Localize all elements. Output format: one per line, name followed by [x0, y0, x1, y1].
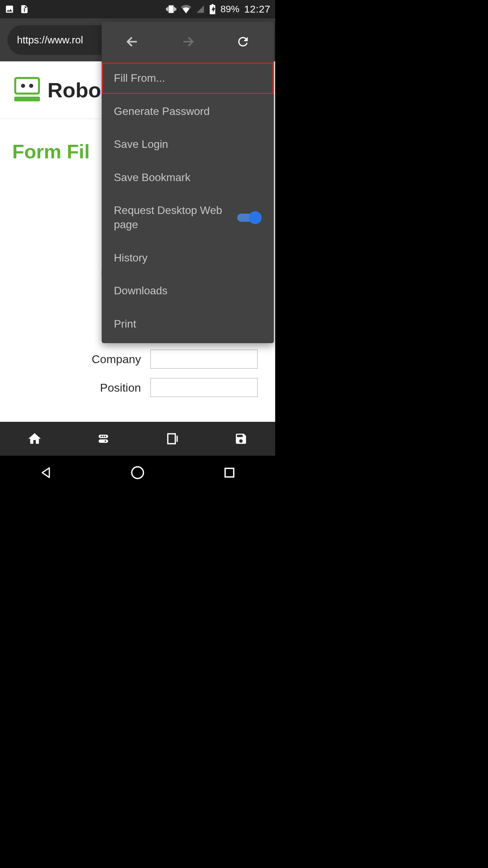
- android-nav-bar: [0, 456, 275, 490]
- android-status-bar: ? 89% 12:27: [0, 0, 275, 18]
- input-position[interactable]: [150, 378, 258, 397]
- label-position: Position: [0, 381, 150, 394]
- menu-item-history-label: History: [114, 251, 262, 265]
- label-company: Company: [0, 353, 150, 366]
- menu-item-generate-password[interactable]: Generate Password: [102, 95, 274, 128]
- menu-item-fill-from-label: Fill From...: [114, 71, 262, 85]
- menu-item-print[interactable]: Print: [102, 308, 274, 341]
- android-recents-button[interactable]: [220, 463, 239, 482]
- app-safes-button[interactable]: [164, 430, 181, 447]
- android-back-button[interactable]: [37, 463, 55, 482]
- form-row-company: Company: [0, 345, 275, 373]
- svg-rect-7: [169, 436, 170, 441]
- status-left: ?: [5, 4, 29, 14]
- wifi-icon: [181, 5, 191, 14]
- menu-nav-row: [102, 22, 274, 62]
- menu-item-downloads[interactable]: Downloads: [102, 274, 274, 308]
- app-save-button[interactable]: [232, 430, 249, 447]
- svg-point-5: [104, 436, 106, 437]
- svg-rect-9: [225, 468, 233, 477]
- battery-charging-icon: [209, 4, 216, 14]
- menu-item-save-bookmark[interactable]: Save Bookmark: [102, 161, 274, 194]
- svg-rect-2: [99, 439, 108, 443]
- screen: ? 89% 12:27 https://www.rol: [0, 0, 275, 490]
- app-bottom-bar: [0, 422, 275, 456]
- svg-point-3: [100, 436, 102, 437]
- menu-item-generate-password-label: Generate Password: [114, 104, 262, 119]
- app-menu-button[interactable]: [95, 430, 112, 447]
- svg-point-8: [132, 467, 144, 479]
- menu-item-request-desktop[interactable]: Request Desktop Web page: [102, 194, 274, 241]
- browser-menu-dropdown: Fill From... Generate Password Save Logi…: [102, 22, 274, 343]
- document-unknown-icon: ?: [20, 4, 29, 14]
- menu-item-save-login[interactable]: Save Login: [102, 128, 274, 161]
- cellular-icon: [196, 5, 205, 14]
- form-row-position: Position: [0, 373, 275, 402]
- menu-item-save-login-label: Save Login: [114, 137, 262, 152]
- menu-item-fill-from[interactable]: Fill From...: [101, 62, 274, 95]
- menu-item-print-label: Print: [114, 317, 262, 331]
- nav-forward-button[interactable]: [178, 32, 198, 52]
- nav-back-button[interactable]: [122, 32, 143, 52]
- nav-reload-button[interactable]: [233, 32, 253, 52]
- roboform-logo-text: Robo: [47, 78, 101, 102]
- svg-point-4: [102, 436, 104, 437]
- menu-item-save-bookmark-label: Save Bookmark: [114, 171, 262, 185]
- app-home-button[interactable]: [26, 430, 43, 447]
- svg-point-6: [104, 440, 106, 442]
- battery-percentage: 89%: [220, 4, 239, 15]
- android-home-button[interactable]: [128, 463, 147, 482]
- input-company[interactable]: [150, 350, 258, 369]
- menu-item-history[interactable]: History: [102, 241, 274, 275]
- status-time: 12:27: [244, 3, 270, 15]
- vibrate-icon: [166, 4, 176, 14]
- menu-item-downloads-label: Downloads: [114, 284, 262, 298]
- desktop-toggle[interactable]: [237, 211, 262, 224]
- svg-text:?: ?: [23, 7, 26, 12]
- image-icon: [5, 4, 14, 14]
- menu-item-request-desktop-label: Request Desktop Web page: [114, 203, 237, 232]
- roboform-logo-icon: [14, 77, 41, 103]
- status-right: 89% 12:27: [166, 3, 270, 15]
